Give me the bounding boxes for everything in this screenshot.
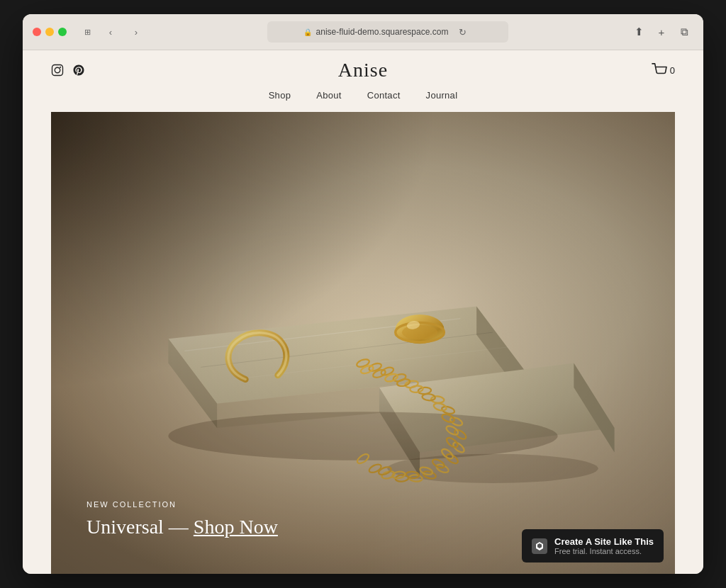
hero-overlay: NEW COLLECTION Universal — Shop Now <box>86 500 278 538</box>
lock-icon: 🔒 <box>303 28 312 36</box>
social-icons <box>51 64 85 77</box>
browser-window: ⊞ ‹ › 🔒 anise-fluid-demo.squarespace.com… <box>23 14 703 574</box>
svg-rect-0 <box>52 65 63 76</box>
window-icon[interactable]: ⊞ <box>79 24 95 40</box>
header-right: 0 <box>652 63 675 77</box>
nav-about[interactable]: About <box>316 90 341 101</box>
sq-subtitle: Free trial. Instant access. <box>554 547 654 555</box>
nav-journal[interactable]: Journal <box>426 90 458 101</box>
tabs-button[interactable]: ⧉ <box>675 23 693 41</box>
svg-point-2 <box>60 67 61 68</box>
header-top: Anise 0 <box>51 63 675 77</box>
hero-prefix: Universal — <box>86 516 194 538</box>
close-button[interactable] <box>33 28 41 36</box>
maximize-button[interactable] <box>58 28 67 36</box>
forward-button[interactable]: › <box>126 24 146 40</box>
minimize-button[interactable] <box>45 28 54 36</box>
url-text: anise-fluid-demo.squarespace.com <box>316 27 449 37</box>
nav-shop[interactable]: Shop <box>269 90 291 101</box>
shop-now-link[interactable]: Shop Now <box>194 516 278 538</box>
svg-point-1 <box>55 67 60 73</box>
traffic-lights <box>33 28 67 36</box>
share-button[interactable]: ⬆ <box>630 23 648 41</box>
browser-nav: ⊞ ‹ › <box>79 24 146 40</box>
sq-title: Create A Site Like This <box>554 536 654 547</box>
pinterest-icon[interactable] <box>72 64 85 77</box>
add-tab-button[interactable]: + <box>652 23 671 41</box>
nav-contact[interactable]: Contact <box>367 90 401 101</box>
back-button[interactable]: ‹ <box>101 24 121 40</box>
cart-icon[interactable] <box>652 63 667 77</box>
site-title: Anise <box>338 59 388 81</box>
squarespace-logo <box>532 538 547 554</box>
website: Anise 0 Shop About Contact Journal <box>23 50 703 574</box>
site-nav: Shop About Contact Journal <box>51 83 675 112</box>
collection-label: NEW COLLECTION <box>86 500 278 509</box>
hero-section: NEW COLLECTION Universal — Shop Now Crea… <box>51 112 675 574</box>
address-bar[interactable]: 🔒 anise-fluid-demo.squarespace.com ↻ <box>267 21 508 43</box>
squarespace-text: Create A Site Like This Free trial. Inst… <box>554 536 654 555</box>
site-header: Anise 0 Shop About Contact Journal <box>23 50 703 112</box>
squarespace-banner[interactable]: Create A Site Like This Free trial. Inst… <box>522 529 664 562</box>
cart-count: 0 <box>670 65 675 76</box>
instagram-icon[interactable] <box>51 64 64 77</box>
address-bar-container: 🔒 anise-fluid-demo.squarespace.com ↻ <box>153 21 622 43</box>
browser-actions: ⬆ + ⧉ <box>630 23 693 41</box>
hero-heading: Universal — Shop Now <box>86 516 278 538</box>
browser-chrome: ⊞ ‹ › 🔒 anise-fluid-demo.squarespace.com… <box>23 14 703 50</box>
refresh-button[interactable]: ↻ <box>452 24 472 40</box>
